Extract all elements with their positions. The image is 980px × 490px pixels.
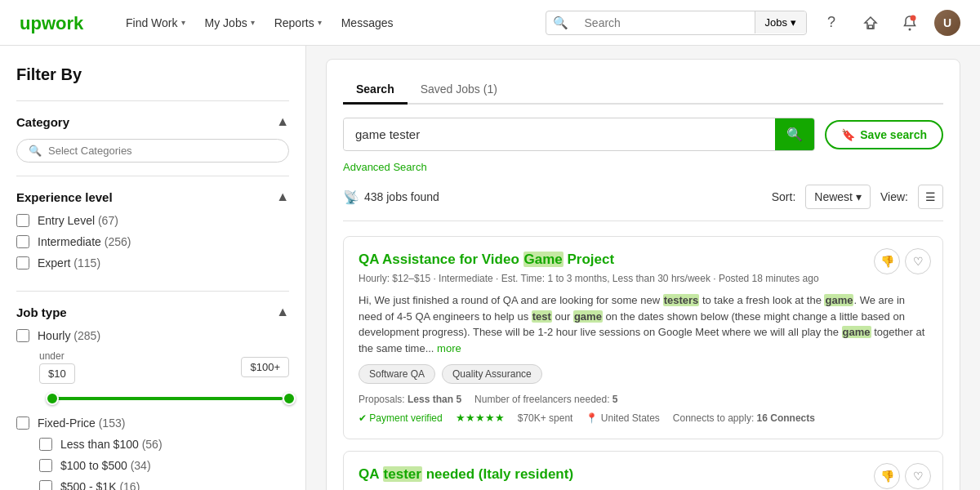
- job-card: 👎 ♡ QA tester needed (Italy resident): [343, 451, 943, 490]
- tab-saved-jobs[interactable]: Saved Jobs (1): [408, 76, 510, 105]
- category-filter-title: Category: [16, 115, 69, 129]
- nav-messages[interactable]: Messages: [333, 11, 402, 34]
- notifications-button[interactable]: [895, 8, 924, 38]
- page-layout: Filter By Category ▲ 🔍 Experience level …: [0, 46, 980, 490]
- price-slider[interactable]: [39, 392, 289, 405]
- category-search-input-wrapper[interactable]: 🔍: [16, 139, 289, 163]
- 500-1k-checkbox[interactable]: [39, 480, 52, 490]
- chevron-up-icon: ▲: [276, 189, 289, 204]
- category-search-input[interactable]: [48, 145, 277, 157]
- job-type-hourly[interactable]: Hourly (285): [16, 329, 289, 342]
- promo-icon[interactable]: [856, 8, 885, 38]
- nav-my-jobs[interactable]: My Jobs ▾: [197, 11, 263, 34]
- chevron-down-icon: ▾: [251, 18, 255, 27]
- tag-software-qa[interactable]: Software QA: [359, 364, 435, 384]
- list-view-icon: ☰: [925, 190, 936, 203]
- svg-rect-1: [869, 25, 873, 29]
- search-icon: 🔍: [29, 145, 42, 157]
- fixed-price-ranges: Less than $100 (56) $100 to $500 (34) $5…: [16, 438, 289, 490]
- job-tags: Software QA Quality Assurance: [359, 364, 928, 384]
- payment-verified: ✔ Payment verified: [359, 412, 443, 424]
- search-icon: 🔍: [786, 127, 803, 142]
- chevron-down-icon: ▾: [856, 190, 862, 203]
- experience-expert[interactable]: Expert (115): [16, 256, 289, 270]
- job-footer-2: ✔ Payment verified ★★★★★ $70K+ spent 📍 U…: [359, 412, 928, 424]
- nav-find-work[interactable]: Find Work ▾: [118, 11, 194, 34]
- chevron-down-icon: ▾: [318, 18, 322, 27]
- location: 📍 United States: [586, 412, 659, 424]
- header-search-icon: 🔍: [546, 16, 575, 30]
- header-search[interactable]: 🔍 Jobs ▾: [546, 11, 807, 35]
- svg-point-2: [909, 28, 911, 30]
- job-title[interactable]: QA tester needed (Italy resident): [359, 466, 928, 483]
- upwork-logo[interactable]: upwork: [20, 11, 85, 34]
- price-100-500[interactable]: $100 to $500 (34): [39, 459, 289, 472]
- rating-stars: ★★★★★: [456, 412, 505, 424]
- sort-dropdown[interactable]: Newest ▾: [805, 185, 871, 209]
- fixed-price-checkbox[interactable]: [16, 416, 29, 430]
- save-job-button[interactable]: ♡: [905, 463, 931, 489]
- entry-level-checkbox[interactable]: [16, 214, 29, 227]
- proposals-info: Proposals: Less than 5: [359, 394, 461, 405]
- chevron-up-icon: ▲: [276, 305, 289, 319]
- chevron-up-icon: ▲: [276, 114, 289, 129]
- header: upwork Find Work ▾ My Jobs ▾ Reports ▾ M…: [0, 0, 980, 46]
- price-under-100[interactable]: Less than $100 (56): [39, 438, 289, 451]
- connects-info: Connects to apply: 16 Connects: [673, 412, 815, 424]
- avatar[interactable]: U: [934, 10, 960, 36]
- job-type-filter: Job type ▲ Hourly (285) under $10 $100+: [16, 291, 289, 490]
- jobs-content-card: Search Saved Jobs (1) 🔍 🔖 Save search: [326, 59, 960, 490]
- nav-reports[interactable]: Reports ▾: [266, 11, 330, 34]
- job-type-fixed-price[interactable]: Fixed-Price (153): [16, 416, 289, 430]
- range-thumb-right[interactable]: [283, 392, 296, 405]
- svg-point-3: [911, 15, 916, 20]
- help-button[interactable]: ?: [817, 8, 846, 38]
- under-100-checkbox[interactable]: [39, 438, 52, 451]
- search-type-button[interactable]: Jobs ▾: [755, 11, 806, 33]
- save-job-button[interactable]: ♡: [905, 248, 931, 274]
- hourly-checkbox[interactable]: [16, 329, 29, 342]
- expert-checkbox[interactable]: [16, 256, 29, 270]
- experience-filter-header[interactable]: Experience level ▲: [16, 189, 289, 204]
- intermediate-checkbox[interactable]: [16, 235, 29, 248]
- main-search-bar[interactable]: 🔍: [343, 118, 815, 151]
- header-search-input[interactable]: [575, 11, 755, 34]
- range-thumb-left[interactable]: [46, 392, 59, 405]
- experience-filter-title: Experience level: [16, 190, 113, 204]
- max-price: $100+: [241, 357, 289, 377]
- results-count: 📡 438 jobs found: [343, 189, 439, 205]
- freelancers-needed: Number of freelancers needed: 5: [474, 394, 617, 405]
- sort-view-controls: Sort: Newest ▾ View: ☰: [772, 185, 943, 209]
- main-search-input[interactable]: [344, 119, 775, 149]
- main-search-row: 🔍 🔖 Save search: [343, 118, 943, 151]
- main-content: Search Saved Jobs (1) 🔍 🔖 Save search: [306, 46, 980, 490]
- experience-intermediate[interactable]: Intermediate (256): [16, 235, 289, 248]
- highlight-game: Game: [523, 252, 564, 267]
- save-search-button[interactable]: 🔖 Save search: [825, 120, 943, 149]
- job-title[interactable]: QA Assistance for Video Game Project: [359, 252, 928, 268]
- tab-search[interactable]: Search: [343, 76, 408, 105]
- main-search-button[interactable]: 🔍: [775, 118, 814, 150]
- more-link[interactable]: more: [437, 342, 461, 354]
- view-label: View:: [880, 190, 908, 203]
- dislike-button[interactable]: 👎: [874, 248, 900, 274]
- price-500-1k[interactable]: $500 - $1K (16): [39, 480, 289, 490]
- category-filter: Category ▲ 🔍: [16, 100, 289, 176]
- sort-label: Sort:: [772, 190, 796, 203]
- experience-filter: Experience level ▲ Entry Level (67) Inte…: [16, 176, 289, 291]
- experience-entry-level[interactable]: Entry Level (67): [16, 214, 289, 227]
- category-filter-header[interactable]: Category ▲: [16, 114, 289, 129]
- tag-quality-assurance[interactable]: Quality Assurance: [442, 364, 542, 384]
- results-header: 📡 438 jobs found Sort: Newest ▾ View: ☰: [343, 185, 943, 221]
- job-type-filter-header[interactable]: Job type ▲: [16, 305, 289, 319]
- job-description: Hi, We just finished a round of QA and a…: [359, 292, 928, 356]
- 100-500-checkbox[interactable]: [39, 459, 52, 472]
- highlight-tester: tester: [383, 466, 422, 482]
- rss-icon: 📡: [343, 189, 359, 205]
- amount-spent: $70K+ spent: [518, 412, 573, 424]
- advanced-search-link[interactable]: Advanced Search: [343, 161, 943, 173]
- chevron-down-icon: ▾: [791, 16, 796, 29]
- dislike-button[interactable]: 👎: [874, 463, 900, 489]
- job-type-filter-title: Job type: [16, 305, 67, 319]
- view-toggle-button[interactable]: ☰: [918, 185, 943, 209]
